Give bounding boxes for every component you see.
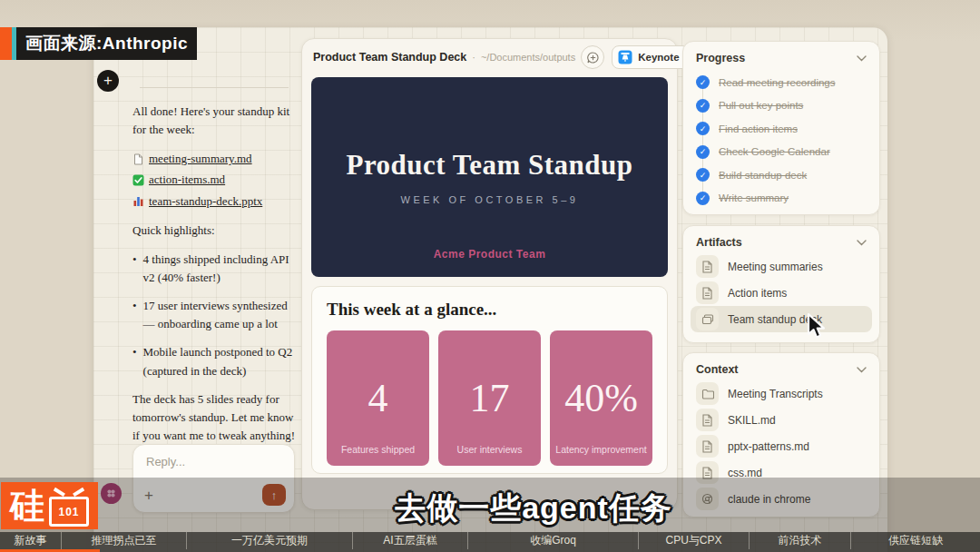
document-icon	[696, 255, 719, 278]
slide-title: Product Team Standup	[346, 149, 632, 182]
slides-icon	[696, 308, 719, 330]
chevron-down-icon[interactable]	[857, 240, 867, 246]
progress-item: ✓ Write summary	[683, 187, 879, 211]
file-link[interactable]: meeting-summary.md	[149, 150, 252, 168]
comment-plus-button[interactable]	[581, 45, 604, 69]
bullet-glyph: •	[132, 251, 137, 287]
artifact-item[interactable]: Meeting summaries	[691, 253, 872, 280]
stat-label: Features shipped	[327, 444, 429, 455]
progress-title: Progress	[696, 52, 745, 64]
chapter-item[interactable]: 推理拐点已至	[61, 532, 186, 549]
screen: + All done! Here's your standup kit for …	[0, 0, 980, 552]
chapter-item[interactable]: 新故事	[0, 532, 61, 549]
context-label: SKILL.md	[728, 414, 776, 427]
progress-item-label: Check Google Calendar	[719, 146, 830, 157]
open-in-keynote-button[interactable]: Keynote	[612, 45, 689, 69]
artifact-label: Action items	[728, 287, 787, 300]
file-link-row[interactable]: meeting-summary.md	[132, 150, 296, 168]
chat-column: All done! Here's your standup kit for th…	[132, 80, 296, 474]
context-label: pptx-patterns.md	[728, 440, 809, 453]
keynote-button-label: Keynote	[638, 52, 679, 63]
reply-input[interactable]: Reply...	[146, 455, 185, 468]
orange-stripe	[0, 27, 12, 60]
slide-subtitle: WEEK OF OCTOBER 5–9	[401, 194, 579, 205]
progress-item: ✓ Read meeting recordings	[683, 71, 879, 94]
progress-item: ✓ Check Google Calendar	[683, 141, 879, 164]
progress-item-label: Build standup deck	[719, 170, 807, 181]
stat-card: 17 User interviews	[438, 330, 541, 466]
chapter-item[interactable]: CPU与CPX	[638, 532, 749, 549]
new-chat-button[interactable]: +	[97, 70, 119, 92]
artifact-item-hovered[interactable]: Team standup deck	[691, 306, 872, 332]
progress-item-label: Pull out key points	[719, 100, 803, 111]
document-icon	[696, 409, 719, 431]
progress-item-label: Read meeting recordings	[719, 77, 836, 88]
stat-value: 40%	[564, 375, 638, 421]
chapter-item[interactable]: 前沿技术	[749, 532, 850, 549]
folder-icon	[696, 382, 719, 405]
slide-glance-page: This week at a glance... 4 Features ship…	[311, 286, 668, 474]
check-circle-icon: ✓	[696, 75, 710, 89]
context-item[interactable]: SKILL.md	[691, 407, 872, 433]
file-link-row[interactable]: action-items.md	[132, 171, 296, 189]
check-circle-icon: ✓	[696, 168, 710, 182]
green-check-icon	[132, 174, 144, 186]
check-circle-icon: ✓	[696, 99, 710, 113]
progress-item: ✓ Build standup deck	[683, 163, 879, 187]
preview-title: Product Team Standup Deck	[313, 51, 466, 64]
artifact-label: Meeting summaries	[728, 261, 823, 273]
chapter-nav-bar: 新故事 推理拐点已至 一万亿美元预期 AI五层蛋糕 收编Groq CPU与CPX…	[0, 532, 980, 549]
context-item[interactable]: pptx-patterns.md	[691, 433, 872, 459]
highlights-label: Quick highlights:	[132, 222, 296, 240]
stat-card: 40% Latency improvement	[550, 330, 652, 466]
mouse-cursor	[804, 312, 828, 340]
chevron-down-icon[interactable]	[857, 55, 867, 62]
page-icon	[132, 153, 144, 165]
channel-logo: 硅 101	[1, 482, 98, 529]
file-path: ~/Documents/outputs	[481, 52, 575, 63]
document-icon	[696, 435, 719, 458]
slide-footer: Acme Product Team	[434, 248, 546, 261]
artifacts-header[interactable]: Artifacts	[683, 226, 879, 253]
context-item[interactable]: Meeting Transcripts	[691, 380, 872, 407]
highlight-text: 4 things shipped including API v2 (40% f…	[143, 251, 296, 287]
video-subtitle: 去做一些agent任务	[395, 488, 672, 529]
stat-label: Latency improvement	[550, 444, 652, 455]
chapter-item[interactable]: AI五层蛋糕	[352, 532, 467, 549]
logo-tv-text: 101	[58, 506, 79, 518]
bullet-glyph: •	[132, 297, 137, 333]
highlight-item: • 4 things shipped including API v2 (40%…	[132, 251, 296, 287]
artifacts-panel: Artifacts Meeting summaries Action items…	[682, 225, 880, 343]
chevron-down-icon[interactable]	[857, 367, 867, 373]
file-link-row[interactable]: team-standup-deck.pptx	[132, 192, 296, 211]
file-link[interactable]: team-standup-deck.pptx	[149, 192, 262, 211]
chapter-item[interactable]: 一万亿美元预期	[186, 532, 352, 549]
stat-card: 4 Features shipped	[327, 330, 429, 466]
comment-plus-icon	[587, 52, 599, 64]
bullet-glyph: •	[132, 343, 137, 380]
highlight-text: Mobile launch postponed to Q2 (captured …	[143, 343, 296, 380]
logo-character: 硅	[10, 488, 44, 523]
assistant-message-intro: All done! Here's your standup kit for th…	[132, 103, 296, 139]
keynote-app-icon	[618, 50, 632, 64]
file-link[interactable]: action-items.md	[149, 171, 225, 189]
check-circle-icon: ✓	[696, 192, 710, 205]
context-label: Meeting Transcripts	[728, 388, 823, 400]
progress-item: ✓ Find action items	[683, 117, 879, 141]
progress-header[interactable]: Progress	[683, 42, 879, 69]
source-attribution: 画面来源:Anthropic	[0, 27, 197, 60]
assistant-message-outro: The deck has 5 slides ready for tomorrow…	[132, 390, 296, 445]
stat-row: 4 Features shipped 17 User interviews 40…	[327, 330, 652, 466]
progress-list: ✓ Read meeting recordings ✓ Pull out key…	[683, 69, 879, 217]
highlight-item: • Mobile launch postponed to Q2 (capture…	[132, 343, 296, 380]
context-header[interactable]: Context	[683, 353, 879, 380]
chapter-item[interactable]: 收编Groq	[467, 532, 638, 549]
progress-item-label: Write summary	[719, 192, 789, 203]
highlight-text: 17 user interviews synthesized — onboard…	[143, 297, 296, 333]
stat-value: 17	[470, 375, 510, 421]
preview-titlebar: Product Team Standup Deck · ~/Documents/…	[302, 39, 677, 75]
artifact-item[interactable]: Action items	[691, 280, 872, 306]
source-attribution-text: 画面来源:Anthropic	[16, 27, 197, 60]
chapter-item[interactable]: 供应链短缺	[850, 532, 980, 549]
highlight-item: • 17 user interviews synthesized — onboa…	[132, 297, 296, 333]
